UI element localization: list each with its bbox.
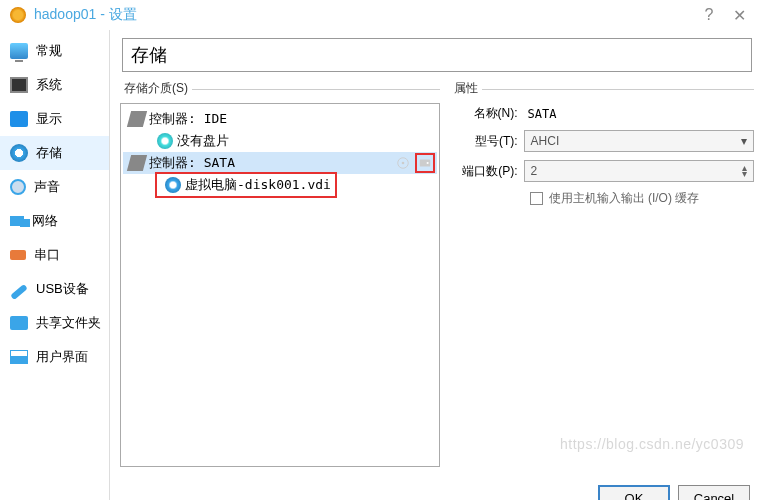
svg-point-3: [426, 162, 428, 164]
page-header: 存储: [110, 30, 764, 80]
sidebar-item-storage[interactable]: 存储: [0, 136, 109, 170]
ide-icon: [127, 111, 147, 127]
sidebar-item-serial[interactable]: 串口: [0, 238, 109, 272]
svg-point-1: [401, 162, 404, 165]
cancel-button[interactable]: Cancel: [678, 485, 750, 500]
model-select[interactable]: AHCI ▾: [524, 130, 754, 152]
name-value[interactable]: SATA: [524, 107, 754, 121]
folder-icon: [10, 316, 28, 330]
storage-media-label: 存储介质(S): [120, 81, 192, 95]
sidebar-item-system[interactable]: 系统: [0, 68, 109, 102]
serial-icon: [10, 250, 26, 260]
sata-icon: [127, 155, 147, 171]
name-label: 名称(N):: [450, 105, 518, 122]
network-icon: [10, 216, 24, 226]
sidebar-item-audio[interactable]: 声音: [0, 170, 109, 204]
sidebar-item-usb[interactable]: USB设备: [0, 272, 109, 306]
audio-icon: [10, 179, 26, 195]
io-cache-checkbox[interactable]: [530, 192, 543, 205]
usb-icon: [10, 283, 28, 299]
add-harddisk-button[interactable]: [415, 153, 435, 173]
ok-button[interactable]: OK: [598, 485, 670, 500]
system-icon: [10, 77, 28, 93]
window-title: hadoop01 - 设置: [34, 6, 137, 24]
io-cache-label: 使用主机输入输出 (I/O) 缓存: [549, 190, 700, 207]
sidebar-item-ui[interactable]: 用户界面: [0, 340, 109, 374]
page-title: 存储: [122, 38, 752, 72]
spinner-arrows-icon: ▴▾: [742, 165, 747, 177]
app-icon: [10, 7, 26, 23]
ui-icon: [10, 350, 28, 364]
general-icon: [10, 43, 28, 59]
model-label: 型号(T):: [450, 133, 518, 150]
controller-ide[interactable]: 控制器: IDE: [123, 108, 437, 130]
sidebar-item-general[interactable]: 常规: [0, 34, 109, 68]
controller-sata[interactable]: 控制器: SATA: [123, 152, 437, 174]
sidebar: 常规 系统 显示 存储 声音 网络 串口 USB设备 共享文件夹 用户界面: [0, 30, 110, 500]
ide-child-empty[interactable]: 没有盘片: [123, 130, 437, 152]
display-icon: [10, 111, 28, 127]
sidebar-item-network[interactable]: 网络: [0, 204, 109, 238]
storage-icon: [10, 144, 28, 162]
ports-label: 端口数(P):: [450, 163, 518, 180]
chevron-down-icon: ▾: [741, 134, 747, 148]
harddisk-icon: [165, 177, 181, 193]
optical-disc-icon: [157, 133, 173, 149]
dialog-footer: OK Cancel: [110, 477, 764, 500]
help-button[interactable]: ?: [694, 6, 724, 24]
ports-spinner[interactable]: 2 ▴▾: [524, 160, 754, 182]
storage-tree[interactable]: 控制器: IDE 没有盘片 控制器: SATA: [120, 103, 440, 467]
sidebar-item-shared[interactable]: 共享文件夹: [0, 306, 109, 340]
add-optical-button[interactable]: [393, 153, 413, 173]
titlebar: hadoop01 - 设置 ? ✕: [0, 0, 764, 30]
props-group-label: 属性: [450, 81, 482, 95]
close-button[interactable]: ✕: [724, 6, 754, 25]
sidebar-item-display[interactable]: 显示: [0, 102, 109, 136]
sata-child-disk[interactable]: 虚拟电脑-disk001.vdi: [123, 174, 437, 196]
